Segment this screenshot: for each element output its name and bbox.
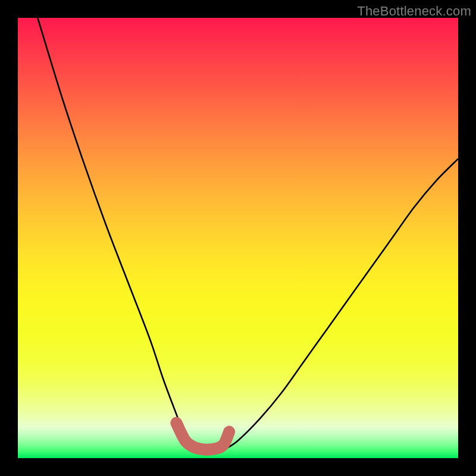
right-bottleneck-curve [225, 159, 458, 449]
valley-marker [176, 423, 229, 450]
chart-frame: TheBottleneck.com [0, 0, 476, 476]
curve-overlay [0, 0, 476, 476]
left-bottleneck-curve [37, 18, 194, 449]
